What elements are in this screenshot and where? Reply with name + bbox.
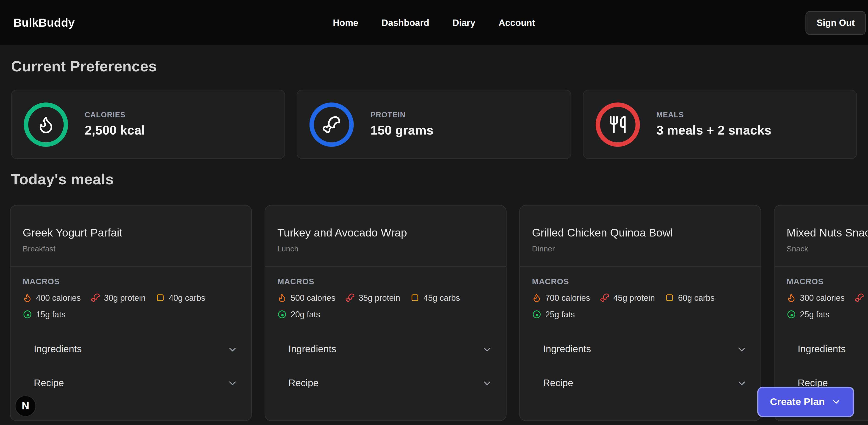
ingredients-accordion[interactable]: Ingredients [786, 343, 868, 355]
macro-carbs-value: 60g carbs [678, 293, 714, 302]
ingredients-accordion[interactable]: Ingredients [23, 343, 239, 355]
recipe-accordion[interactable]: Recipe [277, 377, 494, 389]
chevron-down-icon [227, 377, 238, 389]
meals-value: 3 meals + 2 snacks [656, 123, 771, 138]
chevron-down-icon [736, 344, 747, 355]
meal-type: Lunch [277, 244, 494, 253]
create-plan-button[interactable]: Create Plan [757, 387, 854, 417]
brand-logo: BulkBuddy [13, 16, 74, 29]
macro-row: 15g fats [23, 310, 239, 319]
macro-carbs: 45g carbs [410, 293, 460, 302]
protein-label: PROTEIN [371, 111, 434, 119]
nav-home[interactable]: Home [333, 18, 359, 28]
chevron-down-icon [831, 397, 841, 407]
protein-pref-text: PROTEIN 150 grams [371, 111, 434, 138]
netlify-badge[interactable]: N [15, 396, 36, 417]
macro-fats-value: 25g fats [800, 310, 830, 319]
recipe-accordion[interactable]: Recipe [23, 377, 239, 389]
macro-calories: 300 calories [786, 293, 845, 302]
meal-type: Snack [786, 244, 868, 253]
ingredients-label: Ingredients [34, 343, 82, 355]
macro-row: 500 calories 35g protein 45g carbs [277, 293, 494, 302]
sign-out-button[interactable]: Sign Out [806, 11, 866, 35]
app-window: BulkBuddy Home Dashboard Diary Account S… [0, 0, 868, 425]
macro-row: 25g fats [532, 310, 748, 319]
chevron-down-icon [482, 344, 493, 355]
protein-pref-card: PROTEIN 150 grams [297, 90, 571, 159]
macro-fats: 20g fats [277, 310, 320, 319]
main-nav: Home Dashboard Diary Account [333, 18, 535, 28]
macro-carbs-value: 40g carbs [169, 293, 205, 302]
calories-pref-card: CALORIES 2,500 kcal [11, 90, 285, 159]
macro-calories-value: 500 calories [291, 293, 336, 302]
meal-name: Grilled Chicken Quinoa Bowl [532, 227, 748, 239]
recipe-label: Recipe [288, 377, 318, 389]
macros-heading: MACROS [23, 277, 239, 286]
macro-fats: 15g fats [23, 310, 66, 319]
macro-protein-value: 35g protein [359, 293, 400, 302]
ingredients-label: Ingredients [798, 343, 846, 355]
flame-icon [277, 293, 287, 302]
meal-card-body: MACROS 500 calories 35g protein 45g carb… [265, 267, 506, 389]
recipe-label: Recipe [543, 377, 573, 389]
nav-account[interactable]: Account [499, 18, 535, 28]
ingredients-accordion[interactable]: Ingredients [277, 343, 494, 355]
avocado-icon [532, 310, 541, 319]
meal-name: Turkey and Avocado Wrap [277, 227, 494, 239]
macro-fats: 25g fats [786, 310, 830, 319]
nav-diary[interactable]: Diary [453, 18, 475, 28]
macro-carbs-value: 45g carbs [424, 293, 460, 302]
macro-row: 700 calories 45g protein 60g carbs [532, 293, 748, 302]
meal-name: Mixed Nuts Snack [786, 227, 868, 239]
meals-pref-text: MEALS 3 meals + 2 snacks [656, 111, 771, 138]
carbs-square-icon [156, 293, 165, 302]
macro-calories: 700 calories [532, 293, 590, 302]
preferences-cards: CALORIES 2,500 kcal PROTEIN 150 grams ME… [11, 90, 857, 159]
macro-protein: 45g protein [600, 293, 655, 302]
macro-fats-value: 25g fats [545, 310, 575, 319]
protein-value: 150 grams [371, 123, 434, 138]
ingredients-label: Ingredients [288, 343, 336, 355]
chevron-down-icon [736, 377, 747, 389]
create-plan-label: Create Plan [770, 396, 825, 408]
meal-cards-list[interactable]: Greek Yogurt Parfait Breakfast MACROS 40… [0, 205, 868, 421]
ingredients-accordion[interactable]: Ingredients [532, 343, 748, 355]
macro-protein [855, 293, 868, 302]
macro-fats-value: 20g fats [291, 310, 320, 319]
macro-carbs: 40g carbs [156, 293, 205, 302]
macro-calories: 400 calories [23, 293, 81, 302]
meal-card-header: Grilled Chicken Quinoa Bowl Dinner [520, 205, 761, 266]
flame-icon [786, 293, 796, 302]
badge-letter: N [22, 400, 29, 412]
macro-protein: 35g protein [345, 293, 400, 302]
meal-card-body: MACROS 700 calories 45g protein 60g carb… [520, 267, 761, 389]
meal-card-header: Turkey and Avocado Wrap Lunch [265, 205, 506, 266]
preferences-title: Current Preferences [11, 58, 868, 75]
avocado-icon [23, 310, 32, 319]
meals-label: MEALS [656, 111, 771, 119]
flame-icon [23, 293, 32, 302]
macro-carbs: 60g carbs [665, 293, 714, 302]
top-nav-bar: BulkBuddy Home Dashboard Diary Account S… [0, 0, 868, 46]
flame-icon [532, 293, 541, 302]
macro-row: 20g fats [277, 310, 494, 319]
macros-heading: MACROS [277, 277, 494, 286]
meat-icon [345, 293, 355, 302]
macros-heading: MACROS [532, 277, 748, 286]
macro-fats-value: 15g fats [36, 310, 66, 319]
macro-row: 300 calories [786, 293, 868, 302]
meals-pref-card: MEALS 3 meals + 2 snacks [583, 90, 857, 159]
macro-row: 400 calories 30g protein 40g carbs [23, 293, 239, 302]
meat-icon [600, 293, 610, 302]
recipe-accordion[interactable]: Recipe [532, 377, 748, 389]
nav-dashboard[interactable]: Dashboard [381, 18, 429, 28]
carbs-square-icon [665, 293, 674, 302]
macro-protein: 30g protein [91, 293, 146, 302]
macro-protein-value: 45g protein [613, 293, 655, 302]
macros-heading: MACROS [786, 277, 868, 286]
meal-card-breakfast: Greek Yogurt Parfait Breakfast MACROS 40… [10, 205, 252, 421]
calories-pref-text: CALORIES 2,500 kcal [85, 111, 145, 138]
calories-value: 2,500 kcal [85, 123, 145, 138]
meal-card-header: Mixed Nuts Snack Snack [774, 205, 868, 266]
macro-row: 25g fats [786, 310, 868, 319]
